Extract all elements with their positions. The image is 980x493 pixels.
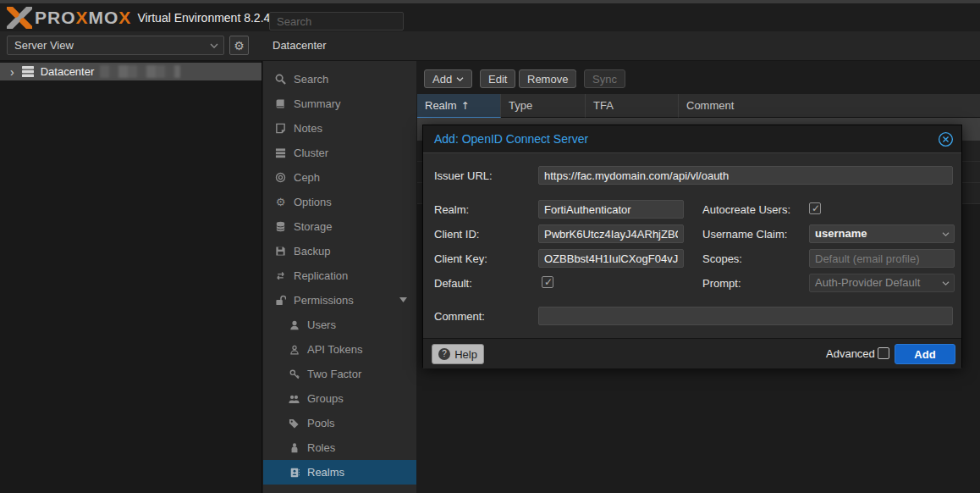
open-lock-icon (274, 295, 287, 306)
close-icon[interactable] (938, 131, 954, 147)
user-outline-icon (288, 345, 300, 355)
proxmox-screen: PROXMOX Virtual Environment 8.2.4 Server… (0, 0, 980, 493)
resource-tree-panel: › Datacenter (0, 61, 262, 493)
cluster-icon (274, 147, 287, 158)
remove-button[interactable]: Remove (519, 69, 576, 88)
sync-arrows-icon (274, 270, 287, 281)
view-settings-button[interactable]: ⚙ (229, 36, 249, 55)
sidebar-item-ceph[interactable]: Ceph (263, 165, 416, 190)
sidebar-item-partial[interactable] (263, 485, 416, 493)
sidebar-item-api-tokens[interactable]: API Tokens (263, 337, 416, 362)
sidebar-item-realms[interactable]: Realms (263, 460, 416, 485)
product-version-label: Virtual Environment 8.2.4 (137, 11, 270, 25)
issuer-url-label: Issuer URL: (434, 169, 493, 182)
default-checkbox[interactable] (542, 276, 553, 288)
sort-ascending-icon: ↑ (461, 100, 470, 112)
server-icon (22, 66, 34, 77)
scopes-label: Scopes: (702, 252, 742, 265)
help-button[interactable]: ? Help (432, 344, 484, 364)
dialog-title: Add: OpenID Connect Server (434, 132, 588, 146)
global-search-input[interactable] (269, 12, 404, 30)
advanced-label: Advanced (826, 347, 875, 360)
add-openid-dialog: Add: OpenID Connect Server Issuer URL: R… (422, 125, 962, 368)
group-icon (288, 394, 300, 404)
comment-label: Comment: (434, 310, 485, 323)
add-dropdown-button[interactable]: Add (424, 69, 472, 88)
sync-button[interactable]: Sync (584, 69, 625, 88)
ceph-icon (274, 172, 287, 183)
sidebar-item-pools[interactable]: Pools (263, 411, 416, 435)
chevron-down-icon (456, 76, 464, 82)
sidebar-item-search[interactable]: Search (263, 67, 416, 91)
tree-node-datacenter[interactable]: › Datacenter (0, 63, 262, 80)
column-header-realm[interactable]: Realm↑ (417, 94, 501, 118)
sidebar-item-notes[interactable]: Notes (263, 116, 416, 141)
chevron-down-icon (210, 42, 218, 49)
dialog-footer: ? Help Advanced Add (423, 338, 961, 368)
note-icon (274, 123, 287, 134)
realm-label: Realm: (434, 203, 469, 216)
sidebar-item-roles[interactable]: Roles (263, 435, 416, 460)
column-header-type[interactable]: Type (501, 94, 586, 118)
wordmark-segment: X (118, 8, 131, 26)
chevron-right-icon[interactable]: › (10, 66, 14, 78)
proxmox-logo-icon (7, 7, 32, 29)
autocreate-users-checkbox[interactable] (809, 202, 821, 214)
edit-button[interactable]: Edit (480, 69, 515, 88)
caret-down-icon[interactable] (399, 297, 407, 302)
question-icon: ? (438, 348, 450, 360)
username-claim-select[interactable]: username (809, 224, 955, 243)
client-key-label: Client Key: (434, 252, 487, 265)
sidebar-item-options[interactable]: ⚙ Options (263, 190, 416, 214)
wordmark-segment: PRO (35, 8, 76, 26)
app-header: PROXMOX Virtual Environment 8.2.4 (0, 3, 980, 31)
wordmark-segment: MO (89, 8, 119, 26)
view-selector-dropdown[interactable]: Server View (7, 36, 224, 55)
issuer-url-input[interactable] (538, 166, 953, 185)
floppy-icon (274, 246, 287, 257)
default-label: Default: (434, 277, 472, 290)
wordmark-segment: X (76, 8, 89, 26)
toolbar-separator (575, 72, 576, 86)
sidebar-item-cluster[interactable]: Cluster (263, 141, 416, 165)
prompt-select[interactable]: Auth-Provider Default (809, 274, 955, 292)
tree-node-label: Datacenter (41, 65, 95, 78)
tags-icon (288, 418, 300, 429)
redacted-node-name (100, 65, 180, 78)
sidebar-item-replication[interactable]: Replication (263, 263, 416, 288)
sub-header: Server View ⚙ Datacenter (0, 31, 980, 61)
address-book-icon (288, 468, 300, 478)
client-key-input[interactable] (538, 249, 684, 268)
sidebar-item-permissions[interactable]: Permissions (263, 288, 416, 313)
search-icon (274, 74, 287, 85)
chevron-down-icon (942, 280, 950, 286)
column-header-comment[interactable]: Comment (679, 94, 980, 118)
sidebar-item-users[interactable]: Users (263, 313, 416, 337)
column-header-tfa[interactable]: TFA (586, 94, 679, 118)
advanced-checkbox[interactable] (878, 347, 889, 359)
person-icon (288, 443, 300, 453)
key-icon (288, 369, 300, 379)
prompt-label: Prompt: (702, 277, 741, 290)
storage-icon (274, 221, 287, 232)
username-claim-label: Username Claim: (702, 228, 787, 241)
sidebar-item-storage[interactable]: Storage (263, 214, 416, 239)
sidebar-item-backup[interactable]: Backup (263, 239, 416, 263)
dialog-header[interactable]: Add: OpenID Connect Server (423, 125, 961, 153)
breadcrumb: Datacenter (273, 39, 327, 52)
client-id-input[interactable] (538, 224, 684, 243)
view-selector-label: Server View (14, 39, 74, 52)
book-icon (274, 98, 287, 109)
user-icon (288, 320, 300, 330)
autocreate-users-label: Autocreate Users: (702, 203, 790, 216)
comment-input[interactable] (538, 307, 953, 325)
sidebar-item-two-factor[interactable]: Two Factor (263, 362, 416, 386)
sidebar-item-groups[interactable]: Groups (263, 386, 416, 411)
scopes-input[interactable] (809, 249, 955, 268)
realm-input[interactable] (538, 200, 684, 219)
dialog-add-button[interactable]: Add (895, 344, 955, 364)
gear-icon: ⚙ (234, 39, 245, 53)
sidebar-item-summary[interactable]: Summary (263, 91, 416, 116)
datacenter-nav-panel: Search Summary Notes Cluster Ceph ⚙ Opti… (263, 61, 416, 493)
chevron-down-icon (942, 231, 950, 237)
